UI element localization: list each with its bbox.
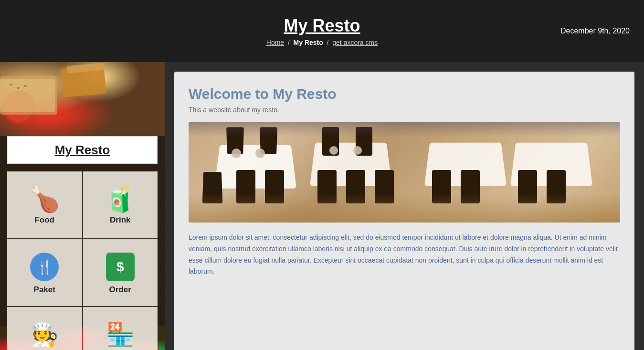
- content-area: Welcome to My Resto This a website about…: [165, 62, 644, 350]
- sidebar-item-paket[interactable]: 🍴 Paket: [7, 239, 82, 306]
- sidebar-item-drink[interactable]: 🧃 Drink: [83, 171, 158, 238]
- reservasi-icon: 🧑‍🍳: [30, 323, 59, 346]
- breadcrumb: Home / My Resto / get axcora cms: [266, 39, 378, 46]
- order-label: Order: [109, 285, 131, 295]
- breadcrumb-axcora[interactable]: get axcora cms: [332, 39, 378, 46]
- order-icon: $: [106, 253, 135, 281]
- restaurant-img-inner: [189, 122, 620, 223]
- sidebar-logo-text: My Resto: [55, 143, 110, 157]
- drink-icon: 🧃: [105, 187, 136, 212]
- breadcrumb-current: My Resto: [294, 39, 323, 46]
- drink-label: Drink: [110, 215, 130, 225]
- content-card: Welcome to My Resto This a website about…: [174, 72, 634, 350]
- sidebar-item-contact[interactable]: 🏪 Contact: [83, 307, 158, 350]
- header-center: My Resto Home / My Resto / get axcora cm…: [266, 16, 378, 46]
- sidebar-menu: 🍗 Food 🧃 Drink 🍴 Paket: [7, 171, 158, 350]
- page-title: My Resto: [266, 16, 378, 36]
- sidebar: My Resto 🍗 Food 🧃 Drink 🍴 Pake: [0, 62, 165, 350]
- sidebar-item-reservasi[interactable]: 🧑‍🍳 Reservasi: [7, 307, 82, 350]
- breadcrumb-sep2: /: [327, 39, 329, 46]
- paket-icon: 🍴: [30, 253, 59, 281]
- content-title: Welcome to My Resto: [189, 86, 620, 102]
- sidebar-logo: My Resto: [7, 136, 158, 164]
- header: My Resto Home / My Resto / get axcora cm…: [0, 0, 644, 62]
- sidebar-top-decoration: [0, 62, 165, 136]
- main-layout: My Resto 🍗 Food 🧃 Drink 🍴 Pake: [0, 62, 644, 350]
- content-subtitle: This a website about my resto.: [189, 106, 620, 114]
- sidebar-item-food[interactable]: 🍗 Food: [7, 171, 82, 238]
- food-label: Food: [34, 215, 54, 225]
- contact-icon: 🏪: [106, 323, 135, 346]
- breadcrumb-sep1: /: [288, 39, 290, 46]
- breadcrumb-home[interactable]: Home: [266, 39, 284, 46]
- paket-label: Paket: [34, 285, 55, 295]
- header-date: December 9th, 2020: [560, 27, 630, 35]
- restaurant-image: [189, 122, 620, 223]
- content-body: Lorem ipsum dolor sit amet, consectetur …: [189, 232, 620, 277]
- sidebar-item-order[interactable]: $ Order: [83, 239, 158, 306]
- food-icon: 🍗: [29, 187, 60, 212]
